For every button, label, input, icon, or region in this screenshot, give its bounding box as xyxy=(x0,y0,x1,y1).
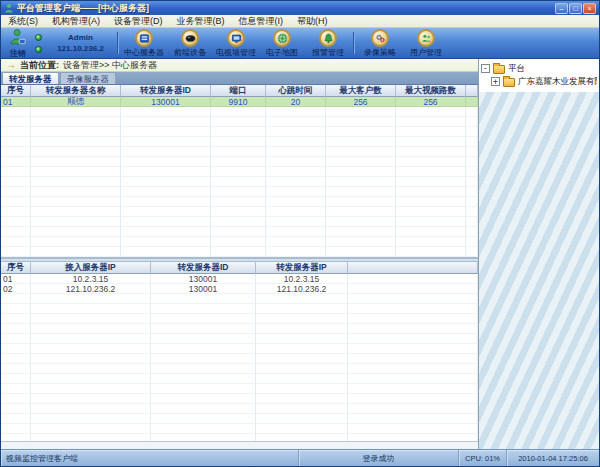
table-row[interactable] xyxy=(1,424,478,434)
table-cell-filler xyxy=(466,147,478,157)
toolbar-button-e-map[interactable]: 电子地图 xyxy=(259,29,305,57)
menu-bar: 系统(S)机构管理(A)设备管理(D)业务管理(B)信息管理(I)帮助(H) xyxy=(1,15,599,28)
table-cell xyxy=(1,354,31,364)
table-row[interactable] xyxy=(1,237,478,247)
server-list-pane: → 当前位置: 设备管理>> 中心服务器 转发服务器录像服务器 序号转发服务器名… xyxy=(1,59,478,449)
toolbar-button-center-server[interactable]: 中心服务器 xyxy=(121,29,167,57)
table-cell: 256 xyxy=(396,97,466,107)
table-row[interactable] xyxy=(1,434,478,441)
table-row[interactable] xyxy=(1,197,478,207)
table-cell xyxy=(326,127,396,137)
table-cell xyxy=(396,167,466,177)
toolbar-separator xyxy=(117,32,119,54)
app-window: 平台管理客户端——[中心服务器] – □ × 系统(S)机构管理(A)设备管理(… xyxy=(0,0,600,467)
table-row[interactable]: 01顺德130001991020256256 xyxy=(1,97,478,107)
table-cell xyxy=(121,247,211,257)
toolbar-button-tv-wall[interactable]: 电视墙管理 xyxy=(213,29,259,57)
table-row[interactable] xyxy=(1,354,478,364)
table-row[interactable] xyxy=(1,334,478,344)
table-row[interactable] xyxy=(1,127,478,137)
table-cell xyxy=(211,247,266,257)
table-cell: 256 xyxy=(326,97,396,107)
table-cell xyxy=(211,147,266,157)
menu-item-5[interactable]: 信息管理(I) xyxy=(232,15,291,28)
close-button[interactable]: × xyxy=(583,3,596,14)
toolbar-button-alarm[interactable]: 报警管理 xyxy=(305,29,351,57)
toolbar-button-record-policy[interactable]: 录像策略 xyxy=(357,29,403,57)
table-cell-filler xyxy=(348,374,478,384)
table-cell xyxy=(211,217,266,227)
table-row[interactable] xyxy=(1,167,478,177)
table-cell-filler xyxy=(466,247,478,257)
table-row[interactable] xyxy=(1,247,478,257)
horizontal-scrollbar[interactable] xyxy=(1,441,478,449)
table-row[interactable] xyxy=(1,374,478,384)
table-row[interactable] xyxy=(1,177,478,187)
table-cell-filler xyxy=(466,117,478,127)
table-cell: 01 xyxy=(1,274,31,284)
table-cell xyxy=(121,197,211,207)
tab-2[interactable]: 录像服务器 xyxy=(60,72,117,84)
table-cell xyxy=(121,177,211,187)
table-row[interactable] xyxy=(1,227,478,237)
tree-node-platform[interactable]: - 平台 xyxy=(481,62,597,75)
table-row[interactable] xyxy=(1,207,478,217)
table-row[interactable] xyxy=(1,257,478,258)
table-cell xyxy=(326,167,396,177)
table-row[interactable] xyxy=(1,117,478,127)
table-row[interactable] xyxy=(1,324,478,334)
table-cell: 121.10.236.2 xyxy=(256,284,348,294)
status-login: 登录成功 xyxy=(299,450,459,466)
menu-item-6[interactable]: 帮助(H) xyxy=(290,15,335,28)
table-row[interactable] xyxy=(1,364,478,374)
table-cell xyxy=(266,187,326,197)
expand-icon[interactable]: + xyxy=(491,77,500,86)
table-row[interactable]: 0110.2.3.1513000110.2.3.15 xyxy=(1,274,478,284)
maximize-button[interactable]: □ xyxy=(569,3,582,14)
collapse-icon[interactable]: - xyxy=(481,64,490,73)
table-row[interactable] xyxy=(1,394,478,404)
table-cell xyxy=(396,217,466,227)
table-cell xyxy=(1,167,31,177)
table-cell: 130001 xyxy=(151,274,256,284)
table-row[interactable] xyxy=(1,157,478,167)
menu-item-4[interactable]: 业务管理(B) xyxy=(170,15,232,28)
table-cell xyxy=(1,177,31,187)
table-row[interactable] xyxy=(1,137,478,147)
status-datetime: 2010-01-04 17:25:06 xyxy=(507,450,599,466)
table-row[interactable] xyxy=(1,414,478,424)
table-cell xyxy=(151,404,256,414)
toolbar-button-user-manage[interactable]: 用户管理 xyxy=(403,29,449,57)
tree-node-company[interactable]: + 广东嘉耀木业发展有限公司 xyxy=(491,75,597,88)
table-row[interactable] xyxy=(1,344,478,354)
logout-button[interactable]: 注销 xyxy=(5,28,31,58)
table-cell xyxy=(1,207,31,217)
toolbar-button-label: 中心服务器 xyxy=(124,48,164,57)
table-cell xyxy=(326,237,396,247)
table-cell xyxy=(396,137,466,147)
table-cell xyxy=(1,434,31,441)
table-row[interactable] xyxy=(1,404,478,414)
minimize-button[interactable]: – xyxy=(555,3,568,14)
menu-item-3[interactable]: 设备管理(D) xyxy=(107,15,170,28)
table-cell-filler xyxy=(348,324,478,334)
table-row[interactable] xyxy=(1,304,478,314)
table-row[interactable] xyxy=(1,217,478,227)
toolbar-button-front-device[interactable]: 前端设备 xyxy=(167,29,213,57)
table-row[interactable] xyxy=(1,147,478,157)
forward-server-table: 序号转发服务器名称转发服务器ID端口心跳时间最大客户数最大视频路数01顺德130… xyxy=(1,85,478,258)
table-row[interactable] xyxy=(1,107,478,117)
tab-1[interactable]: 转发服务器 xyxy=(2,72,59,84)
menu-item-1[interactable]: 系统(S) xyxy=(1,15,45,28)
table-cell xyxy=(31,374,151,384)
table-row[interactable]: 02121.10.236.2130001121.10.236.2 xyxy=(1,284,478,294)
table-row[interactable] xyxy=(1,187,478,197)
table-cell xyxy=(1,304,31,314)
table-row[interactable] xyxy=(1,294,478,304)
table-cell-filler xyxy=(466,167,478,177)
table-row[interactable] xyxy=(1,384,478,394)
table-cell xyxy=(151,414,256,424)
table-cell xyxy=(326,197,396,207)
menu-item-2[interactable]: 机构管理(A) xyxy=(45,15,107,28)
table-row[interactable] xyxy=(1,314,478,324)
